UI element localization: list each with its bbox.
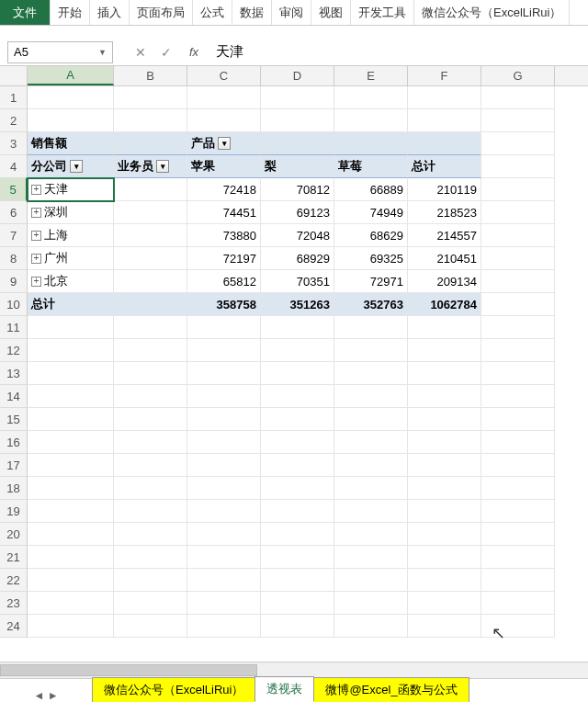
row-header[interactable]: 7 bbox=[0, 224, 28, 247]
pivot-col-header[interactable]: 总计 bbox=[408, 155, 481, 178]
pivot-value[interactable]: 69123 bbox=[261, 201, 334, 224]
cell[interactable] bbox=[114, 109, 187, 132]
cell[interactable] bbox=[408, 408, 481, 431]
pivot-col-header[interactable]: 苹果 bbox=[187, 155, 261, 178]
cell[interactable] bbox=[114, 293, 187, 316]
pivot-row-item[interactable]: +广州 bbox=[28, 247, 114, 270]
pivot-row-item[interactable]: +北京 bbox=[28, 270, 114, 293]
cell[interactable] bbox=[187, 316, 261, 339]
cell[interactable] bbox=[481, 247, 555, 270]
cell[interactable] bbox=[334, 339, 408, 362]
cell[interactable] bbox=[114, 224, 187, 247]
cell[interactable] bbox=[481, 569, 555, 592]
expand-icon[interactable]: + bbox=[31, 277, 41, 287]
cell[interactable] bbox=[187, 477, 261, 500]
pivot-value[interactable]: 209134 bbox=[408, 270, 481, 293]
row-header[interactable]: 12 bbox=[0, 339, 28, 362]
cell[interactable] bbox=[481, 385, 555, 408]
scrollbar-thumb[interactable] bbox=[0, 664, 257, 676]
row-header[interactable]: 20 bbox=[0, 523, 28, 546]
cell[interactable] bbox=[481, 316, 555, 339]
pivot-value[interactable]: 65812 bbox=[187, 270, 261, 293]
fx-icon[interactable]: fx bbox=[181, 41, 207, 63]
cell[interactable] bbox=[408, 523, 481, 546]
cell[interactable] bbox=[114, 270, 187, 293]
cell[interactable] bbox=[187, 86, 261, 109]
pivot-value[interactable]: 74949 bbox=[334, 201, 408, 224]
ribbon-tab[interactable]: 开发工具 bbox=[351, 0, 414, 25]
ribbon-tab[interactable]: 微信公众号（ExcelLiRui） bbox=[414, 0, 570, 25]
pivot-value[interactable]: 210119 bbox=[408, 178, 481, 201]
cell[interactable] bbox=[481, 201, 555, 224]
cell[interactable] bbox=[261, 523, 334, 546]
cell[interactable] bbox=[114, 339, 187, 362]
cell[interactable] bbox=[114, 247, 187, 270]
cell[interactable] bbox=[261, 592, 334, 615]
cell[interactable] bbox=[481, 293, 555, 316]
cell[interactable] bbox=[334, 477, 408, 500]
cell[interactable] bbox=[481, 224, 555, 247]
cancel-icon[interactable]: ✕ bbox=[128, 41, 153, 63]
cell[interactable] bbox=[114, 201, 187, 224]
cell[interactable] bbox=[334, 546, 408, 569]
row-header[interactable]: 8 bbox=[0, 247, 28, 270]
cell[interactable] bbox=[408, 362, 481, 385]
column-header[interactable]: G bbox=[481, 66, 555, 85]
pivot-value[interactable]: 73880 bbox=[187, 224, 261, 247]
expand-icon[interactable]: + bbox=[31, 254, 41, 264]
pivot-value[interactable]: 70351 bbox=[261, 270, 334, 293]
ribbon-tab[interactable]: 视图 bbox=[311, 0, 351, 25]
pivot-value[interactable]: 68929 bbox=[261, 247, 334, 270]
pivot-col-header[interactable]: 草莓 bbox=[334, 155, 408, 178]
row-header[interactable]: 24 bbox=[0, 615, 28, 638]
cell[interactable] bbox=[28, 86, 114, 109]
sheet-tab-1[interactable]: 微信公众号（ExcelLiRui） bbox=[92, 677, 255, 702]
pivot-value[interactable]: 69325 bbox=[334, 247, 408, 270]
ribbon-tab[interactable]: 数据 bbox=[232, 0, 272, 25]
cell[interactable] bbox=[187, 109, 261, 132]
pivot-value[interactable]: 72197 bbox=[187, 247, 261, 270]
row-header[interactable]: 5 bbox=[0, 178, 28, 201]
cell[interactable] bbox=[408, 339, 481, 362]
pivot-grand-value[interactable]: 351263 bbox=[261, 293, 334, 316]
column-header[interactable]: B bbox=[114, 66, 187, 85]
row-header[interactable]: 19 bbox=[0, 500, 28, 523]
row-header[interactable]: 3 bbox=[0, 132, 28, 155]
row-header[interactable]: 2 bbox=[0, 109, 28, 132]
cell[interactable] bbox=[408, 569, 481, 592]
cell[interactable] bbox=[187, 454, 261, 477]
pivot-grand-value[interactable]: 1062784 bbox=[408, 293, 481, 316]
cell[interactable] bbox=[187, 569, 261, 592]
select-all-corner[interactable] bbox=[0, 66, 28, 85]
cell[interactable] bbox=[28, 362, 114, 385]
cell[interactable] bbox=[334, 408, 408, 431]
cell[interactable] bbox=[334, 316, 408, 339]
cell[interactable] bbox=[114, 431, 187, 454]
cell[interactable] bbox=[114, 408, 187, 431]
filter-icon[interactable]: ▾ bbox=[70, 160, 83, 173]
pivot-row-label[interactable]: 分公司▾ bbox=[28, 155, 114, 178]
cell[interactable] bbox=[114, 592, 187, 615]
cell[interactable] bbox=[187, 523, 261, 546]
cell[interactable] bbox=[28, 523, 114, 546]
cell[interactable] bbox=[481, 408, 555, 431]
cell[interactable] bbox=[261, 454, 334, 477]
cell[interactable] bbox=[481, 454, 555, 477]
pivot-col-header[interactable]: 梨 bbox=[261, 155, 334, 178]
cell[interactable] bbox=[481, 523, 555, 546]
cell[interactable] bbox=[261, 615, 334, 638]
cell[interactable] bbox=[187, 385, 261, 408]
cell[interactable] bbox=[481, 500, 555, 523]
cell[interactable] bbox=[481, 178, 555, 201]
cell[interactable] bbox=[261, 408, 334, 431]
cell[interactable] bbox=[28, 408, 114, 431]
row-header[interactable]: 16 bbox=[0, 431, 28, 454]
pivot-value[interactable]: 66889 bbox=[334, 178, 408, 201]
pivot-grand-total-label[interactable]: 总计 bbox=[28, 293, 114, 316]
cell[interactable] bbox=[261, 569, 334, 592]
cell[interactable] bbox=[261, 339, 334, 362]
cell[interactable] bbox=[408, 385, 481, 408]
cell[interactable] bbox=[28, 339, 114, 362]
cell[interactable] bbox=[261, 500, 334, 523]
cell[interactable] bbox=[481, 155, 555, 178]
